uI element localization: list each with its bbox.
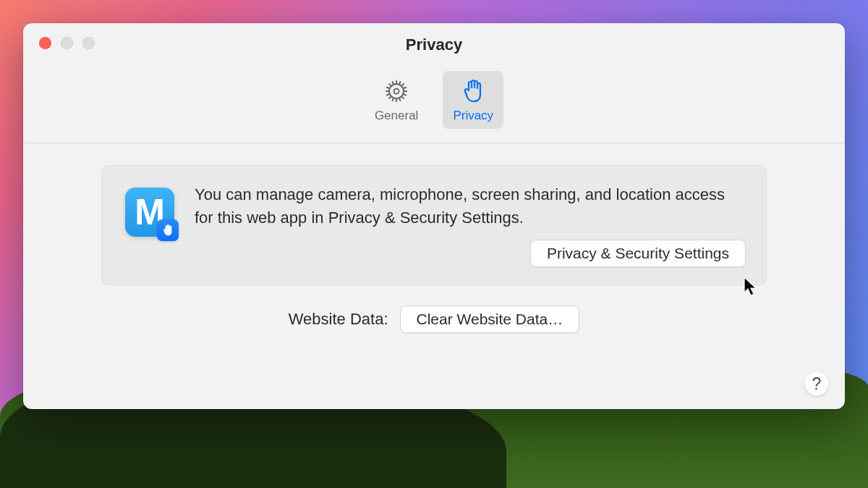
privacy-badge-icon [157, 219, 179, 241]
privacy-security-settings-button[interactable]: Privacy & Security Settings [530, 240, 746, 267]
svg-line-12 [399, 81, 401, 85]
svg-line-16 [386, 94, 390, 96]
website-data-label: Website Data: [289, 310, 388, 329]
tab-privacy[interactable]: Privacy [443, 71, 503, 129]
info-description: You can manage camera, microphone, scree… [195, 183, 746, 230]
svg-line-13 [392, 98, 393, 101]
website-data-row: Website Data: Clear Website Data… [101, 306, 767, 333]
preferences-window: Privacy [23, 23, 845, 409]
content-area: M You can manage camera, microphone, scr… [23, 143, 845, 333]
window-title: Privacy [23, 35, 845, 54]
svg-line-14 [386, 87, 390, 88]
privacy-info-box: M You can manage camera, microphone, scr… [101, 165, 767, 285]
tab-privacy-label: Privacy [453, 109, 493, 123]
gear-icon [382, 77, 411, 106]
tab-general-label: General [375, 109, 418, 123]
svg-line-8 [389, 96, 392, 99]
svg-line-11 [399, 98, 401, 101]
svg-line-10 [392, 81, 393, 85]
info-text-block: You can manage camera, microphone, scree… [195, 183, 746, 267]
help-icon: ? [812, 374, 822, 394]
svg-line-9 [401, 83, 404, 86]
svg-line-17 [403, 87, 407, 88]
svg-point-1 [394, 89, 399, 94]
clear-website-data-button[interactable]: Clear Website Data… [400, 306, 580, 333]
svg-point-0 [389, 84, 404, 98]
help-button[interactable]: ? [804, 371, 829, 396]
svg-line-6 [389, 83, 392, 86]
hand-icon [459, 77, 488, 106]
tab-general[interactable]: General [365, 71, 428, 129]
app-icon-wrap: M [125, 188, 174, 237]
toolbar-tabs: General Privacy [23, 71, 845, 129]
svg-line-15 [403, 94, 407, 96]
titlebar: Privacy [23, 23, 845, 143]
svg-line-7 [401, 96, 404, 99]
